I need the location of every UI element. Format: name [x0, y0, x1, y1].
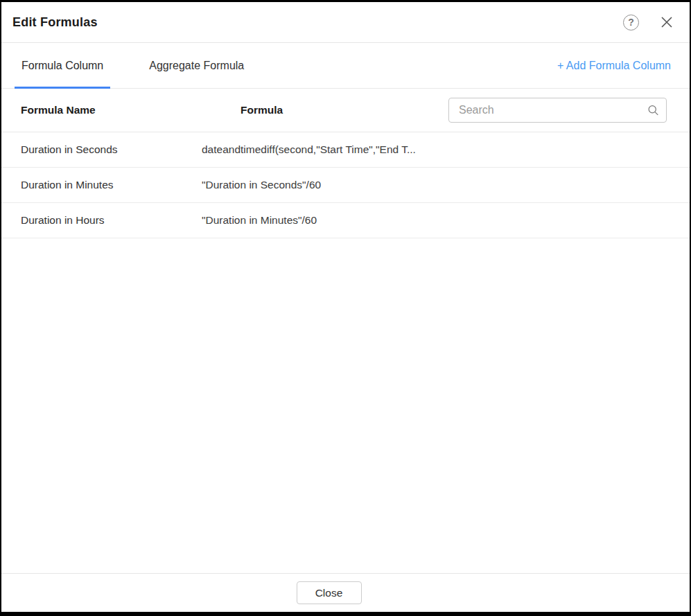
page-title: Edit Formulas — [12, 15, 98, 30]
tab-formula-column[interactable]: Formula Column — [15, 43, 110, 88]
help-icon-glyph: ? — [628, 17, 634, 28]
formula-name-cell: Duration in Seconds — [1, 143, 202, 156]
tab-aggregate-formula-label: Aggregate Formula — [149, 60, 244, 72]
column-header-formula-name: Formula Name — [21, 104, 96, 116]
search-input[interactable] — [448, 98, 667, 123]
table-header-row: Formula Name Formula — [1, 89, 690, 132]
table-row[interactable]: Duration in Minutes "Duration in Seconds… — [1, 168, 690, 203]
edit-formulas-dialog: Edit Formulas ? Formula Column Aggregate… — [0, 0, 691, 616]
table-row[interactable]: Duration in Hours "Duration in Minutes"/… — [1, 203, 690, 238]
search-box — [448, 98, 667, 123]
tab-aggregate-formula[interactable]: Aggregate Formula — [142, 43, 251, 88]
formula-name-cell: Duration in Hours — [1, 214, 202, 227]
close-icon[interactable] — [659, 15, 674, 30]
formula-cell: dateandtimediff(second,"Start Time","End… — [202, 143, 690, 156]
dialog-header: Edit Formulas ? — [1, 2, 690, 43]
formula-cell: "Duration in Seconds"/60 — [202, 179, 690, 191]
column-header-formula: Formula — [240, 104, 283, 116]
tab-bar: Formula Column Aggregate Formula + Add F… — [1, 43, 690, 89]
add-formula-column-link[interactable]: + Add Formula Column — [557, 43, 671, 88]
empty-body-area — [1, 238, 690, 573]
formula-name-cell: Duration in Minutes — [1, 179, 202, 191]
tab-formula-column-label: Formula Column — [21, 60, 103, 72]
formula-cell: "Duration in Minutes"/60 — [202, 214, 690, 227]
tabbar-spacer — [251, 43, 557, 88]
table-row[interactable]: Duration in Seconds dateandtimediff(seco… — [1, 132, 690, 168]
dialog-footer: Close — [1, 573, 690, 612]
close-button[interactable]: Close — [297, 581, 362, 604]
help-icon[interactable]: ? — [623, 15, 639, 30]
